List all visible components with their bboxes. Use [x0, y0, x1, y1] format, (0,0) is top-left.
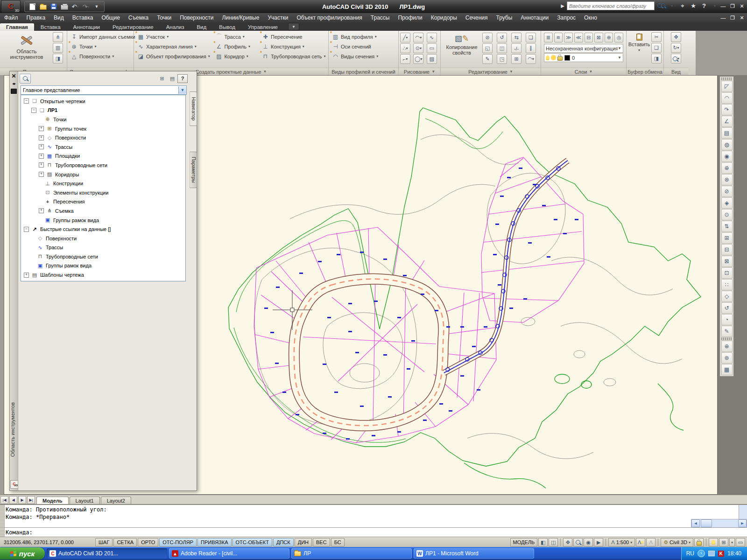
right-toolbar-button[interactable]: ⊛ — [721, 352, 733, 364]
tree-item-open-drawings[interactable]: −Открытые чертежи — [21, 97, 185, 106]
polyline-tool-button[interactable]: ⌐▾ — [400, 54, 410, 64]
doc-restore-button[interactable]: ❐ — [729, 15, 736, 21]
taskbar-item-autocad[interactable]: C AutoCAD Civil 3D 201... — [47, 548, 167, 559]
right-toolbar-button[interactable]: ⊕ — [721, 162, 733, 174]
array-button[interactable]: ⊞ — [511, 54, 521, 64]
fillet-button[interactable]: ◠▾ — [526, 54, 536, 64]
ribbon-tab-manage[interactable]: Управление — [242, 23, 284, 31]
tree-item-points[interactable]: Точки — [21, 115, 185, 124]
right-toolbar-button[interactable]: ⇅ — [721, 221, 733, 232]
ribbon-tab-modify[interactable]: Редактирование — [106, 23, 160, 31]
right-toolbar-button[interactable]: ∠ — [721, 116, 733, 127]
panel-label-draw[interactable]: Рисование▼ — [399, 68, 440, 75]
menu-grading[interactable]: Объект профилирования — [292, 13, 366, 22]
tree-item-survey[interactable]: +Съемка — [21, 206, 185, 216]
panel-label-profile-views[interactable]: Виды профилей и сечений — [329, 68, 398, 75]
sample-lines-button[interactable]: ⊣*Оси сечений — [330, 42, 397, 51]
open-button[interactable] — [38, 2, 48, 11]
profile-menu-button[interactable]: ∠*Профиль▾ — [213, 42, 260, 51]
help-icon[interactable]: ? — [700, 2, 708, 9]
section-views-menu-button[interactable]: ◠*Виды сечения▾ — [330, 51, 397, 61]
paste-button[interactable]: Вставить▾ — [627, 32, 651, 64]
undo-button[interactable]: ↶▾ — [70, 2, 80, 11]
layer-walk-button[interactable]: ◎ — [614, 33, 623, 42]
toggle-dyn[interactable]: ДИН — [295, 538, 312, 546]
intersection-button[interactable]: ✚*Пересечение — [260, 32, 327, 42]
toolspace-properties-icon[interactable] — [11, 89, 17, 94]
layer-freeze-button[interactable]: ⊟ — [585, 33, 593, 42]
toolspace-tab-settings[interactable]: Параметры — [190, 152, 197, 188]
language-indicator[interactable]: RU — [686, 550, 694, 557]
toolspace-close-icon[interactable]: ✕ — [10, 73, 18, 79]
explode-button[interactable]: ◳ — [497, 54, 507, 64]
alignment-menu-button[interactable]: ⌒*Трасса▾ — [213, 32, 260, 42]
hatch-tool-button[interactable]: ▨ — [427, 54, 437, 64]
surfaces-menu-button[interactable]: △*Поверхности▾ — [68, 51, 133, 61]
toolspace-search-button[interactable] — [20, 74, 31, 84]
prev-tab-arrow[interactable]: ◀ — [9, 496, 17, 504]
pan-status-icon[interactable]: ✥ — [563, 538, 572, 546]
parcel-menu-button[interactable]: ▦*Участок▾ — [135, 32, 213, 42]
tree-item-drawing-templates[interactable]: +Шаблоны чертежа — [21, 270, 185, 280]
zoom-status-icon[interactable] — [573, 538, 583, 546]
tray-settings-icon[interactable]: ⊞ — [719, 538, 728, 546]
toggle-lwt[interactable]: ВЕС — [313, 538, 330, 546]
tree-item-data-shortcuts[interactable]: −Быстрые ссылки на данные [] — [21, 224, 185, 234]
model-space-button[interactable]: МОДЕЛЬ — [510, 538, 538, 546]
rectangle-tool-button[interactable]: ▭ — [427, 43, 437, 53]
clean-screen-button[interactable]: ▭ — [736, 538, 745, 546]
right-toolbar-button[interactable]: ▤ — [721, 127, 733, 139]
spline-tool-button[interactable]: ∿ — [427, 33, 437, 42]
network-tray-icon[interactable] — [708, 551, 715, 556]
menu-general[interactable]: Общие — [97, 13, 124, 22]
scroll-right-icon[interactable]: ▶ — [738, 519, 747, 527]
ribbon-tab-home[interactable]: Главная — [0, 23, 34, 31]
panel-label-layers[interactable]: Слои▼ — [541, 68, 626, 75]
toolspace-item-view-icon[interactable]: ⊞ — [157, 74, 167, 83]
properties-palette-button[interactable]: ◨ — [53, 54, 63, 63]
right-toolbar-button[interactable]: ⊛ — [721, 174, 733, 185]
right-toolbar-button[interactable]: ◸ — [721, 81, 733, 92]
right-toolbar-button[interactable]: ◔ — [721, 314, 733, 325]
orbit-button[interactable]: ↻▾ — [671, 43, 681, 53]
ribbon-minimize-button[interactable]: ▼ — [288, 23, 299, 30]
qat-options-button[interactable]: ▼ — [92, 2, 101, 11]
search-icon[interactable] — [657, 2, 665, 9]
cut-button[interactable]: ✂ — [651, 32, 662, 42]
tree-item-assemblies[interactable]: Конструкции — [21, 179, 185, 188]
combo-dropdown-icon[interactable]: ▼ — [178, 86, 186, 94]
toggle-osnap[interactable]: ПРИВЯЗКА — [197, 538, 231, 546]
toolspace-preview-icon[interactable]: ▤ — [167, 74, 177, 83]
right-toolbar-button[interactable]: ◇ — [721, 291, 733, 302]
right-toolbar-button[interactable]: ◍ — [721, 139, 733, 150]
hide-icons-chevron[interactable]: ‹ — [698, 550, 705, 557]
tree-item-subassemblies[interactable]: Элементы конструкции — [21, 188, 185, 197]
tree-item-sites[interactable]: +Площадки — [21, 152, 185, 161]
layer-states-button[interactable]: ≋ — [554, 33, 563, 42]
ribbon-tab-output[interactable]: Вывод — [213, 23, 241, 31]
menu-sections[interactable]: Сечения — [461, 13, 492, 22]
panel-label-modify[interactable]: Редактирование▼ — [441, 68, 541, 75]
right-toolbar-button[interactable]: ◠ — [721, 92, 733, 104]
doc-close-button[interactable]: ✕ — [739, 15, 745, 21]
right-toolbar-button[interactable]: ◉ — [721, 151, 733, 162]
right-toolbar-button[interactable]: ⊙ — [721, 209, 733, 220]
pan-button[interactable]: ✥ — [671, 32, 681, 42]
command-window[interactable]: Команда: Противоположный угол:Команда: *… — [0, 504, 747, 538]
layer-match-button[interactable]: ⊕ — [605, 33, 613, 42]
ribbon-tab-view[interactable]: Вид — [190, 23, 212, 31]
tree-item-corridors[interactable]: +Коридоры — [21, 170, 185, 179]
tree-item-view-frame-groups[interactable]: Группы рамок вида — [21, 216, 185, 225]
tree-item-point-groups[interactable]: +Группы точек — [21, 124, 185, 133]
layer-isolate-button[interactable]: ≫ — [564, 33, 573, 42]
restore-button[interactable]: ❐ — [729, 3, 736, 9]
points-menu-button[interactable]: ⊕*Точки▾ — [68, 42, 133, 51]
paste-special-button[interactable]: ◨ — [651, 54, 662, 63]
menu-edit[interactable]: Правка — [22, 13, 50, 22]
right-toolbar-button[interactable]: ⊕ — [721, 341, 733, 352]
menu-insert[interactable]: Вставка — [68, 13, 98, 22]
right-toolbar-button[interactable]: ↷ — [721, 104, 733, 115]
right-toolbar-button[interactable]: ⊞ — [721, 232, 733, 244]
tree-item-shortcut-alignments[interactable]: Трассы — [21, 243, 185, 252]
toggle-qp[interactable]: БС — [331, 538, 345, 546]
